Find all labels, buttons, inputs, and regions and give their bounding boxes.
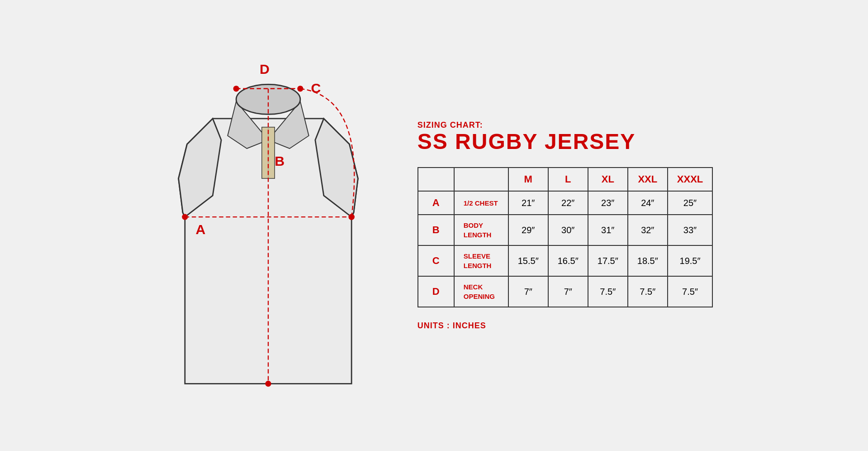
row-b-m: 29″: [508, 215, 548, 245]
row-b-xxxl: 33″: [668, 215, 712, 245]
table-header-row: M L XL XXL XXXL: [418, 168, 713, 191]
header-xxxl: XXXL: [668, 168, 712, 191]
chart-subtitle: SIZING CHART: SS RUGBY JERSEY: [417, 120, 713, 154]
row-a-letter: A: [418, 191, 454, 215]
row-a-xxxl: 25″: [668, 191, 712, 215]
svg-point-4: [233, 86, 239, 91]
svg-text:C: C: [311, 81, 321, 96]
row-b-letter: B: [418, 215, 454, 245]
row-d-m: 7″: [508, 276, 548, 307]
svg-text:B: B: [275, 154, 285, 168]
main-container: D C B A SIZING CHART: SS RUGBY JERSEY M: [0, 0, 868, 451]
row-d-label: NECKOPENING: [454, 276, 508, 307]
header-l: L: [548, 168, 588, 191]
row-c-xxxl: 19.5″: [668, 245, 712, 276]
row-b-xxl: 32″: [628, 215, 668, 245]
chart-title-text: SS RUGBY JERSEY: [417, 130, 713, 154]
table-row: A 1/2 CHEST 21″ 22″ 23″ 24″ 25″: [418, 191, 713, 215]
header-m: M: [508, 168, 548, 191]
chart-subtitle-text: SIZING CHART:: [417, 120, 713, 130]
row-a-m: 21″: [508, 191, 548, 215]
row-a-xxl: 24″: [628, 191, 668, 215]
units-label: UNITS : INCHES: [417, 321, 713, 331]
row-b-xl: 31″: [588, 215, 628, 245]
row-a-label: 1/2 CHEST: [454, 191, 508, 215]
row-c-xl: 17.5″: [588, 245, 628, 276]
row-a-l: 22″: [548, 191, 588, 215]
sizing-table: M L XL XXL XXXL A 1/2 CHEST 21″ 22″ 23″ …: [417, 167, 713, 307]
row-b-l: 30″: [548, 215, 588, 245]
row-d-xxl: 7.5″: [628, 276, 668, 307]
jersey-diagram: D C B A: [155, 33, 381, 418]
row-b-label: BODYLENGTH: [454, 215, 508, 245]
row-d-xxxl: 7.5″: [668, 276, 712, 307]
row-d-letter: D: [418, 276, 454, 307]
table-row: C SLEEVELENGTH 15.5″ 16.5″ 17.5″ 18.5″ 1…: [418, 245, 713, 276]
row-c-xxl: 18.5″: [628, 245, 668, 276]
svg-point-10: [348, 214, 354, 220]
svg-point-8: [182, 214, 188, 220]
header-xl: XL: [588, 168, 628, 191]
table-row: B BODYLENGTH 29″ 30″ 31″ 32″ 33″: [418, 215, 713, 245]
row-c-letter: C: [418, 245, 454, 276]
header-empty2: [454, 168, 508, 191]
row-c-m: 15.5″: [508, 245, 548, 276]
svg-text:D: D: [260, 62, 270, 77]
row-c-label: SLEEVELENGTH: [454, 245, 508, 276]
row-c-l: 16.5″: [548, 245, 588, 276]
row-d-xl: 7.5″: [588, 276, 628, 307]
svg-point-11: [265, 381, 271, 387]
row-a-xl: 23″: [588, 191, 628, 215]
svg-text:A: A: [195, 222, 205, 237]
header-xxl: XXL: [628, 168, 668, 191]
table-row: D NECKOPENING 7″ 7″ 7.5″ 7.5″ 7.5″: [418, 276, 713, 307]
row-d-l: 7″: [548, 276, 588, 307]
header-empty1: [418, 168, 454, 191]
sizing-chart-section: SIZING CHART: SS RUGBY JERSEY M L XL XXL…: [417, 120, 713, 331]
